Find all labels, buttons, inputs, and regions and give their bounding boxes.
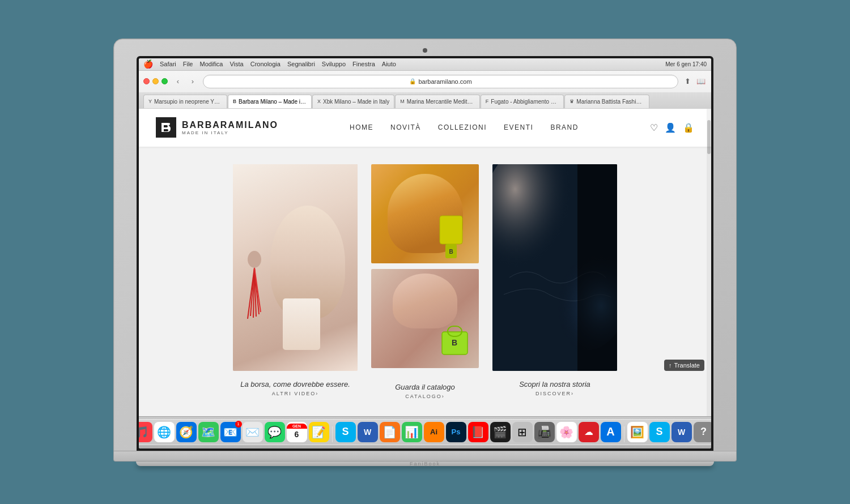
svg-rect-7 bbox=[440, 216, 462, 244]
dock-numbers[interactable]: 📊 bbox=[402, 422, 422, 442]
dock-creative-cloud[interactable]: ☁ bbox=[579, 422, 599, 442]
dock: ⚙️ 🎵 🌐 🧭 🗺️ 📧 1 ✉️ 💬 GEN 6 bbox=[139, 419, 711, 445]
dock-photos[interactable]: 🌸 bbox=[556, 422, 577, 442]
dock-acrobat[interactable]: 📕 bbox=[468, 422, 488, 442]
tab-1-label: Marsupio in neoprene YES nero con logo f… bbox=[154, 99, 222, 105]
macbook-shell: 🍎 Safari File Modifica Vista Cronologia … bbox=[113, 39, 737, 466]
dock-calendar[interactable]: GEN 6 bbox=[287, 422, 307, 442]
dock-mosaic[interactable]: ⊞ bbox=[512, 422, 533, 442]
macos-menus: 🍎 Safari File Modifica Vista Cronologia … bbox=[143, 59, 396, 69]
scrollbar[interactable] bbox=[707, 109, 711, 416]
dock-preview[interactable]: 🖼️ bbox=[627, 422, 648, 442]
dock-illustrator[interactable]: Ai bbox=[424, 422, 444, 442]
macbook-brand-label: FaniBook bbox=[410, 461, 440, 467]
tab-1-favicon: Y bbox=[148, 99, 152, 104]
svg-rect-16 bbox=[577, 164, 617, 371]
dock-photoshop[interactable]: Ps bbox=[446, 422, 466, 442]
dock-fax[interactable]: 📠 bbox=[534, 422, 555, 442]
screen-content: 🍎 Safari File Modifica Vista Cronologia … bbox=[139, 58, 711, 449]
scroll-thumb[interactable] bbox=[707, 120, 711, 154]
tab-6[interactable]: ♛ Marianna Battista Fashion Jewels: Gioi… bbox=[564, 95, 649, 108]
dock-help[interactable]: ? bbox=[694, 422, 712, 442]
browser-tabs: Y Marsupio in neoprene YES nero con logo… bbox=[139, 92, 711, 108]
photo-fashion-model[interactable] bbox=[233, 164, 358, 371]
dock-chrome[interactable]: 🌐 bbox=[154, 422, 175, 442]
apple-menu-icon[interactable]: 🍎 bbox=[143, 59, 153, 69]
menu-file[interactable]: File bbox=[183, 61, 193, 67]
link-altri-video[interactable]: ALTRI VIDEO› bbox=[233, 391, 358, 396]
bookmark-icon[interactable]: 📖 bbox=[695, 76, 707, 87]
link-catalogo[interactable]: CATALOGO› bbox=[371, 394, 479, 399]
url-bar[interactable]: 🔒 barbaramilano.com bbox=[203, 75, 678, 88]
forward-button[interactable]: › bbox=[186, 76, 199, 87]
account-icon[interactable]: 👤 bbox=[665, 122, 676, 133]
tab-5[interactable]: F Fugato - Abbigliamento Uomo – Made in … bbox=[481, 95, 564, 108]
dock-finalcut[interactable]: 🎬 bbox=[490, 422, 511, 442]
datetime-label: Mer 6 gen 17:40 bbox=[665, 61, 707, 67]
dock-skype2[interactable]: S bbox=[649, 422, 670, 442]
menu-aiuto[interactable]: Aiuto bbox=[382, 61, 396, 67]
brand-sub: MADE IN ITALY bbox=[182, 130, 278, 135]
dock-mail2[interactable]: ✉️ bbox=[243, 422, 263, 442]
wishlist-icon[interactable]: ♡ bbox=[650, 122, 658, 133]
cart-icon[interactable]: 🔒 bbox=[683, 122, 694, 133]
nav-brand[interactable]: BRAND bbox=[550, 123, 579, 131]
tab-4-label: Marina Mercantile Mediterranea – Made in… bbox=[407, 99, 475, 105]
caption-video-text: La borsa, come dovrebbe essere. bbox=[233, 380, 358, 388]
dock-pages[interactable]: 📄 bbox=[380, 422, 400, 442]
back-button[interactable]: ‹ bbox=[171, 76, 185, 87]
website-wrapper: BARBARAMILANO MADE IN ITALY HOME NOVITÀ … bbox=[139, 109, 711, 416]
browser-toolbar: ‹ › 🔒 barbaramilano.com ⬆ 📖 bbox=[139, 71, 711, 92]
link-discover[interactable]: DISCOVER› bbox=[492, 391, 617, 396]
nav-eventi[interactable]: EVENTI bbox=[504, 123, 533, 131]
tab-2[interactable]: B Barbara Milano – Made in Italy – Sito … bbox=[228, 95, 312, 108]
brand-logo[interactable]: BARBARAMILANO MADE IN ITALY bbox=[156, 117, 278, 138]
tab-4[interactable]: M Marina Mercantile Mediterranea – Made … bbox=[395, 95, 480, 108]
dock-music[interactable]: 🎵 bbox=[139, 422, 152, 442]
menu-vista[interactable]: Vista bbox=[230, 61, 243, 67]
menu-modifica[interactable]: Modifica bbox=[199, 61, 223, 67]
tab-1[interactable]: Y Marsupio in neoprene YES nero con logo… bbox=[143, 95, 227, 108]
tab-3[interactable]: X Xbk Milano – Made in Italy bbox=[312, 95, 394, 108]
brand-name: BARBARAMILANO bbox=[182, 120, 278, 130]
share-icon[interactable]: ⬆ bbox=[682, 76, 693, 87]
close-button[interactable] bbox=[143, 78, 150, 84]
nav-home[interactable]: HOME bbox=[350, 123, 373, 131]
menu-segnalibri[interactable]: Segnalibri bbox=[287, 61, 315, 67]
menu-finestra[interactable]: Finestra bbox=[352, 61, 375, 67]
dock-maps[interactable]: 🗺️ bbox=[198, 422, 219, 442]
dock-mail[interactable]: 📧 1 bbox=[220, 422, 241, 442]
dock-notes[interactable]: 📝 bbox=[309, 422, 329, 442]
photo-yellow-jacket[interactable]: B bbox=[371, 164, 479, 263]
menu-cronologia[interactable]: Cronologia bbox=[250, 61, 280, 67]
photo-green-bag[interactable]: B bbox=[371, 269, 479, 368]
camera-notch bbox=[423, 48, 427, 53]
caption-story: Scopri la nostra storia DISCOVER› bbox=[492, 380, 617, 396]
caption-catalog-text: Guarda il catalogo bbox=[371, 383, 479, 391]
minimize-button[interactable] bbox=[152, 78, 159, 84]
dock-safari[interactable]: 🧭 bbox=[176, 422, 197, 442]
nav-novita[interactable]: NOVITÀ bbox=[390, 123, 421, 131]
toolbar-icons: ⬆ 📖 bbox=[682, 76, 707, 87]
url-text: barbaramilano.com bbox=[418, 78, 471, 85]
browser-chrome: ‹ › 🔒 barbaramilano.com ⬆ 📖 bbox=[139, 71, 711, 109]
translate-tooltip[interactable]: ↑ Translate bbox=[664, 360, 704, 371]
menu-sviluppo[interactable]: Sviluppo bbox=[322, 61, 346, 67]
macbook-lid: 🍎 Safari File Modifica Vista Cronologia … bbox=[113, 39, 737, 451]
svg-point-0 bbox=[248, 251, 261, 268]
nav-collezioni[interactable]: COLLEZIONI bbox=[438, 123, 487, 131]
macos-status-bar: Mer 6 gen 17:40 bbox=[665, 61, 707, 67]
dock-skype[interactable]: S bbox=[335, 422, 356, 442]
fullscreen-button[interactable] bbox=[162, 78, 168, 84]
dock-appstore[interactable]: A bbox=[601, 422, 621, 442]
tab-3-favicon: X bbox=[317, 99, 321, 104]
dock-word[interactable]: W bbox=[358, 422, 378, 442]
tab-5-favicon: F bbox=[486, 99, 489, 104]
tab-4-favicon: M bbox=[400, 99, 405, 104]
photo-dark-art[interactable] bbox=[492, 164, 617, 371]
menu-safari[interactable]: Safari bbox=[160, 61, 176, 67]
dock-whatsapp[interactable]: 💬 bbox=[265, 422, 285, 442]
dock-word2[interactable]: W bbox=[672, 422, 692, 442]
svg-text:B: B bbox=[449, 249, 453, 255]
nav-menu: HOME NOVITÀ COLLEZIONI EVENTI BRAND bbox=[350, 123, 579, 131]
